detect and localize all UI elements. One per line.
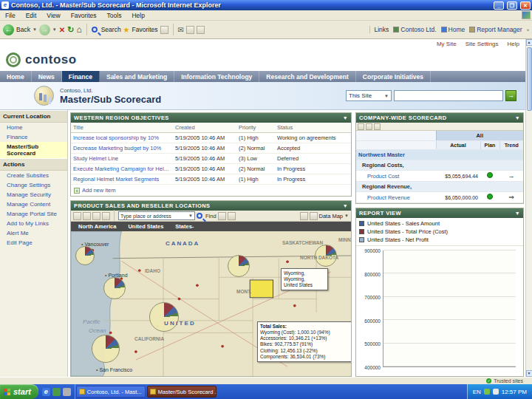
taskbar-button-contoso[interactable]: Contoso, Ltd. - Mast... [76, 386, 146, 398]
tray-shield-icon[interactable] [484, 389, 490, 395]
scorecard-group-header[interactable]: All [436, 131, 523, 141]
link-contoso[interactable]: Contoso Ltd. [393, 26, 436, 33]
scorecard-row-regional-revenue[interactable]: Regional Revenue, [356, 182, 523, 192]
desktop-quicklaunch-icon[interactable] [52, 388, 61, 396]
breadcrumb-north-america[interactable]: North America [78, 223, 116, 230]
chevron-down-icon[interactable]: ▼ [344, 214, 349, 218]
layers-icon[interactable] [300, 212, 308, 220]
table-row[interactable]: Increase local sponsorship by 10% 5/19/2… [71, 133, 351, 143]
col-status[interactable]: Status [275, 123, 351, 133]
col-title[interactable]: Title [71, 123, 173, 133]
site-search-input[interactable] [394, 90, 503, 101]
webpart-menu-icon[interactable]: ▼ [515, 115, 520, 120]
mail-icon[interactable]: ✉ [178, 26, 184, 34]
favorites-icon[interactable]: ★ [123, 26, 130, 34]
title-bar[interactable]: e Contoso, Ltd. - Master/Sub Scorecard -… [0, 0, 532, 10]
help-link[interactable]: Help [508, 41, 519, 49]
taskbar-button-scorecard[interactable]: Master/Sub Scorecard ... [147, 386, 216, 398]
webpart-menu-icon[interactable]: ▼ [515, 211, 520, 216]
tray-volume-icon[interactable] [493, 389, 499, 395]
zoom-out-icon[interactable] [228, 212, 236, 220]
menu-favorites[interactable]: Favorites [66, 12, 102, 19]
scroll-up-icon[interactable]: ▲ [526, 39, 532, 46]
table-row[interactable]: Decrease Marketing budget by 10% 5/19/20… [71, 143, 351, 154]
sales-pie-chart[interactable] [92, 335, 120, 363]
vertical-scrollbar[interactable]: ▲ ▼ [525, 39, 532, 377]
history-icon[interactable] [160, 26, 168, 34]
link-report-manager[interactable]: Report Manager [469, 26, 522, 33]
menu-view[interactable]: View [41, 12, 65, 19]
pan-icon[interactable] [102, 212, 110, 220]
sales-pie-chart[interactable] [149, 302, 179, 332]
col-trend[interactable]: Trend [499, 141, 523, 150]
tab-news[interactable]: News [32, 71, 62, 82]
start-button[interactable]: start [0, 384, 38, 399]
breadcrumb-states[interactable]: States- [175, 223, 194, 230]
language-indicator[interactable]: EN [473, 389, 481, 395]
scorecard-row-regional-costs[interactable]: Regional Costs, [356, 160, 523, 171]
table-row[interactable]: Regional Helmet Market Segments 5/19/200… [71, 174, 351, 185]
data-map-button[interactable]: Data Map [319, 213, 344, 219]
maximize-button[interactable]: ❐ [507, 1, 517, 10]
webpart-menu-icon[interactable]: ▼ [343, 203, 348, 208]
toolbar-overflow-icon[interactable]: » [527, 27, 529, 32]
back-dropdown-icon[interactable]: ▼ [33, 27, 37, 32]
col-actual[interactable]: Actual [436, 141, 480, 150]
back-icon[interactable]: ← [3, 24, 14, 35]
breadcrumb-united-states[interactable]: United States [128, 223, 163, 230]
state-wyoming-highlight[interactable] [250, 280, 273, 298]
home-icon[interactable]: ⌂ [76, 26, 81, 34]
sales-pie-chart[interactable] [103, 277, 126, 299]
action-alert-me[interactable]: Alert Me [0, 228, 67, 238]
tab-sales-and-marketing[interactable]: Sales and Marketing [100, 71, 174, 82]
action-edit-page[interactable]: Edit Page [0, 238, 67, 248]
col-priority[interactable]: Priority [236, 123, 275, 133]
minimize-button[interactable]: _ [494, 1, 504, 10]
scorecard-row-product-cost[interactable]: Product Cost $5,055,694.44 → [356, 171, 523, 182]
save-icon[interactable] [73, 212, 81, 220]
copy-icon[interactable] [92, 212, 100, 220]
legend-icon[interactable] [310, 212, 318, 220]
action-create-subsites[interactable]: Create Subsites [0, 171, 67, 180]
link-home[interactable]: Home [441, 26, 466, 33]
sidebar-item-master-sub-scorecard[interactable]: Master/Sub Scorecard [0, 142, 67, 158]
sales-pie-chart[interactable] [315, 245, 337, 267]
menu-help[interactable]: Help [126, 12, 149, 19]
menu-file[interactable]: File [0, 12, 21, 19]
forward-icon[interactable]: → [39, 24, 50, 35]
edit-icon[interactable] [197, 26, 205, 34]
find-button[interactable]: Find [197, 213, 216, 219]
action-change-settings[interactable]: Change Settings [0, 180, 67, 190]
tab-information-technology[interactable]: Information Technology [174, 71, 259, 82]
back-button-label[interactable]: Back [16, 26, 30, 33]
scroll-down-icon[interactable]: ▼ [526, 370, 532, 377]
action-manage-portal-site[interactable]: Manage Portal Site [0, 209, 67, 219]
col-plan[interactable]: Plan [480, 141, 499, 150]
tab-corporate-initiatives[interactable]: Corporate Initiatives [356, 71, 431, 82]
place-address-combo[interactable]: Type place or address▼ [118, 211, 195, 220]
refresh-icon[interactable]: ↻ [67, 26, 74, 34]
action-manage-security[interactable]: Manage Security [0, 190, 67, 200]
webpart-menu-icon[interactable]: ▼ [343, 115, 348, 120]
export-icon[interactable] [366, 123, 372, 130]
action-add-to-my-links[interactable]: Add to My Links [0, 219, 67, 228]
print-map-icon[interactable] [83, 212, 91, 220]
tab-home[interactable]: Home [0, 71, 32, 82]
tab-research-and-development[interactable]: Research and Development [259, 71, 355, 82]
ie-quicklaunch-icon[interactable]: e [42, 388, 50, 396]
favorites-button-label[interactable]: Favorites [132, 26, 158, 33]
scorecard-row-northwest-master[interactable]: Northwest Master [356, 150, 523, 160]
action-manage-content[interactable]: Manage Content [0, 200, 67, 209]
table-row[interactable]: Study Helmet Line 5/19/2005 10:46 AM (3)… [71, 154, 351, 164]
my-site-link[interactable]: My Site [437, 41, 457, 49]
site-settings-link[interactable]: Site Settings [466, 41, 499, 49]
col-created[interactable]: Created [173, 123, 236, 133]
close-button[interactable]: ✕ [520, 1, 531, 10]
sales-pie-chart[interactable] [75, 246, 95, 265]
tab-finance[interactable]: Finance [62, 71, 100, 82]
sidebar-item-home[interactable]: Home [0, 123, 67, 132]
sales-pie-chart[interactable] [228, 255, 250, 277]
media-quicklaunch-icon[interactable] [63, 388, 71, 396]
filter-icon[interactable] [358, 123, 364, 130]
calendar-icon[interactable] [374, 123, 381, 130]
